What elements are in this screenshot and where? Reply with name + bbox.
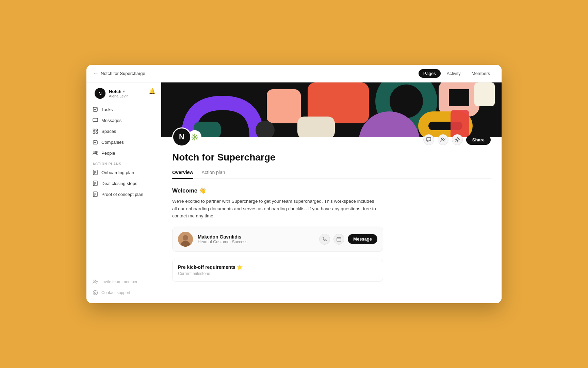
contact-name: Makedon Gavrilidis xyxy=(198,234,314,240)
plan-icon-2 xyxy=(93,181,98,186)
onboarding-plan-label: Onboarding plan xyxy=(101,170,134,175)
back-button[interactable]: ← Notch for Supercharge xyxy=(93,71,419,77)
svg-rect-3 xyxy=(96,129,98,131)
main-layout: N Notch ▾ Alena Levin 🔔 xyxy=(86,82,502,303)
page-title: Notch for Supercharge xyxy=(172,152,491,163)
contact-actions: Message xyxy=(319,234,377,245)
sidebar-item-spaces-label: Spaces xyxy=(101,129,116,134)
support-icon xyxy=(93,290,98,295)
spaces-icon xyxy=(93,128,98,134)
sidebar-item-spaces[interactable]: Spaces xyxy=(89,126,158,136)
tab-overview[interactable]: Overview xyxy=(172,170,193,179)
svg-point-41 xyxy=(444,138,445,139)
sidebar-item-tasks[interactable]: Tasks xyxy=(89,104,158,114)
profile-area: N ✳️ Share xyxy=(161,127,502,147)
settings-icon xyxy=(455,137,460,142)
svg-point-9 xyxy=(94,151,96,153)
milestone-subtitle: Current milestone xyxy=(178,271,377,276)
milestone-card: Pre kick-off requirements ⭐ Current mile… xyxy=(172,259,383,282)
contact-info: Makedon Gavrilidis Head of Customer Succ… xyxy=(198,234,314,244)
svg-point-23 xyxy=(94,280,96,282)
milestone-title: Pre kick-off requirements ⭐ xyxy=(178,264,377,270)
sidebar-item-deal-closing-steps[interactable]: Deal closing steps xyxy=(89,178,158,188)
sidebar-item-proof-of-concept[interactable]: Proof of concept plan xyxy=(89,189,158,199)
tab-pages[interactable]: Pages xyxy=(419,69,441,78)
invite-team-label: Invite team member xyxy=(101,279,137,284)
svg-point-27 xyxy=(95,292,96,294)
svg-rect-2 xyxy=(93,129,95,131)
profile-avatar-group: N ✳️ xyxy=(172,127,201,147)
svg-point-42 xyxy=(456,139,458,141)
action-plans-nav: Onboarding plan Deal closing steps Proof… xyxy=(86,167,161,199)
invite-icon xyxy=(93,279,98,285)
svg-rect-37 xyxy=(474,82,495,106)
sidebar-item-people[interactable]: People xyxy=(89,148,158,158)
brand-name: Notch ▾ xyxy=(109,89,129,94)
people-action-button[interactable] xyxy=(438,134,448,145)
contact-title: Head of Customer Success xyxy=(198,240,314,244)
svg-rect-5 xyxy=(96,132,98,134)
notification-bell-icon[interactable]: 🔔 xyxy=(149,88,161,100)
welcome-text: We're excited to partner with Supercharg… xyxy=(172,198,376,220)
sidebar: N Notch ▾ Alena Levin 🔔 xyxy=(86,82,161,303)
contact-avatar xyxy=(178,232,193,247)
welcome-heading: Welcome 👋 xyxy=(172,187,491,194)
comment-action-button[interactable] xyxy=(423,134,434,145)
plan-icon-1 xyxy=(93,170,98,175)
sidebar-brand: N Notch ▾ Alena Levin xyxy=(89,88,146,104)
settings-action-button[interactable] xyxy=(452,134,463,145)
tab-activity[interactable]: Activity xyxy=(442,69,466,78)
content-area: N ✳️ Share Notch f xyxy=(161,82,502,303)
back-arrow-icon: ← xyxy=(93,71,99,77)
back-label: Notch for Supercharge xyxy=(101,71,145,76)
svg-point-10 xyxy=(96,151,97,153)
tab-members[interactable]: Members xyxy=(467,69,495,78)
action-plans-section-label: ACTION PLANS xyxy=(86,158,161,167)
proof-of-concept-label: Proof of concept plan xyxy=(101,192,143,197)
svg-point-40 xyxy=(441,138,443,140)
sidebar-item-messages-label: Messages xyxy=(101,118,121,123)
svg-point-44 xyxy=(183,235,188,241)
brand-user: Alena Levin xyxy=(109,94,129,98)
message-button[interactable]: Message xyxy=(348,234,377,244)
calendar-icon xyxy=(337,237,341,242)
svg-point-26 xyxy=(93,291,98,295)
sidebar-item-onboarding-plan[interactable]: Onboarding plan xyxy=(89,167,158,178)
profile-actions: Share xyxy=(423,134,491,147)
sidebar-item-companies[interactable]: Companies xyxy=(89,137,158,147)
svg-rect-1 xyxy=(93,118,98,122)
svg-rect-4 xyxy=(93,132,95,134)
sidebar-item-companies-label: Companies xyxy=(101,140,124,145)
sidebar-item-contact-support[interactable]: Contact support xyxy=(89,288,158,298)
companies-icon xyxy=(93,139,98,145)
contact-avatar-image xyxy=(178,232,193,247)
brand-info: Notch ▾ Alena Levin xyxy=(109,89,129,98)
sidebar-item-people-label: People xyxy=(101,151,115,156)
svg-rect-46 xyxy=(337,237,341,241)
topbar-tabs: Pages Activity Members xyxy=(419,69,495,78)
plan-icon-3 xyxy=(93,191,98,197)
comment-icon xyxy=(426,137,431,142)
sidebar-bottom: Invite team member Contact support xyxy=(86,277,161,298)
topbar: ← Notch for Supercharge Pages Activity M… xyxy=(86,65,502,82)
people-icon xyxy=(93,150,98,156)
messages-icon xyxy=(93,118,98,123)
calendar-button[interactable] xyxy=(333,234,344,245)
profile-avatar-n: N xyxy=(172,127,191,147)
phone-icon xyxy=(322,237,327,242)
phone-button[interactable] xyxy=(319,234,330,245)
people-action-icon xyxy=(440,137,446,142)
brand-avatar: N xyxy=(95,88,105,99)
page-content: Notch for Supercharge Overview Action pl… xyxy=(161,149,502,303)
deal-closing-steps-label: Deal closing steps xyxy=(101,181,137,186)
sidebar-nav: Tasks Messages Spaces Companies People xyxy=(86,104,161,158)
app-window: ← Notch for Supercharge Pages Activity M… xyxy=(86,65,502,303)
sidebar-item-messages[interactable]: Messages xyxy=(89,115,158,125)
page-tabs: Overview Action plan xyxy=(172,170,491,179)
contact-card: Makedon Gavrilidis Head of Customer Succ… xyxy=(172,227,383,252)
contact-support-label: Contact support xyxy=(101,290,130,295)
svg-rect-29 xyxy=(267,89,301,123)
share-button[interactable]: Share xyxy=(466,135,491,145)
tab-action-plan[interactable]: Action plan xyxy=(201,170,225,179)
sidebar-item-invite-team[interactable]: Invite team member xyxy=(89,277,158,287)
